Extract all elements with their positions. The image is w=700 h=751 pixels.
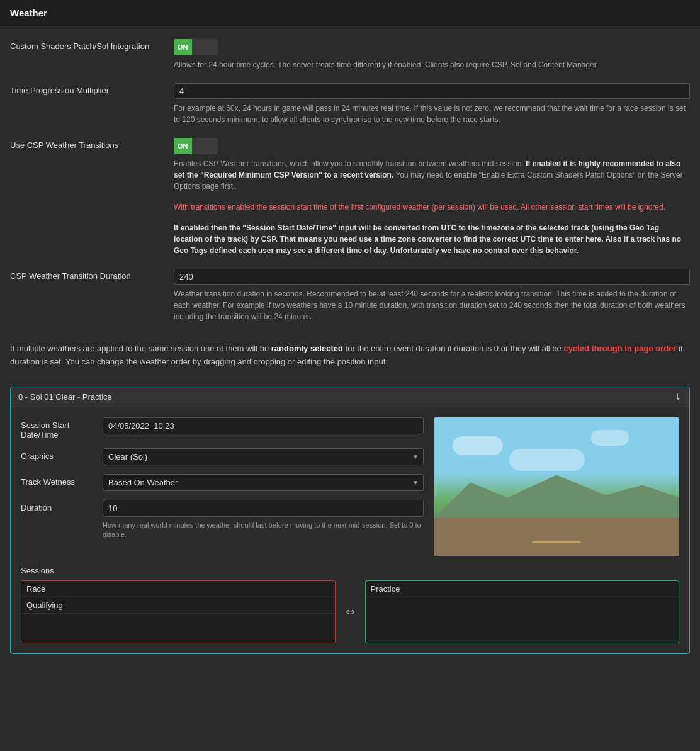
cloud-3	[591, 430, 629, 446]
transition-duration-desc: Weather transition duration in seconds. …	[174, 288, 690, 322]
csp-toggle-on-label: ON	[174, 138, 192, 154]
csp-weather-label: Use CSP Weather Transitions	[10, 138, 174, 150]
download-icon[interactable]: ⇓	[675, 392, 682, 402]
road-bg	[434, 518, 679, 556]
track-wetness-select[interactable]: Based On Weather Dry Wet Damp	[103, 474, 424, 491]
time-progression-input[interactable]	[174, 83, 690, 99]
info-block: If multiple weathers are applied to the …	[10, 335, 690, 376]
session-item-empty	[21, 614, 335, 639]
csp-weather-desc3: If enabled then the "Session Start Date/…	[174, 222, 690, 256]
session-start-row: Session Start Date/Time	[21, 417, 424, 439]
info-text1: If multiple weathers are applied to the …	[10, 344, 271, 353]
custom-shaders-toggle[interactable]: ON	[174, 39, 218, 55]
page-header: Weather	[0, 0, 700, 26]
duration-wrap: How many real world minutes the weather …	[103, 500, 424, 540]
custom-shaders-content: ON Allows for 24 hour time cycles. The s…	[174, 39, 690, 71]
transition-duration-input[interactable]	[174, 269, 690, 285]
weather-image	[434, 417, 679, 556]
session-start-wrap	[103, 417, 424, 434]
graphics-select-wrap: Clear (Sol) Cloudy Rain Overcast	[103, 448, 424, 465]
csp-weather-content: ON Enables CSP Weather transitions, whic…	[174, 138, 690, 256]
time-progression-row: Time Progression Multiplier For example …	[10, 83, 690, 125]
csp-desc3-bold: If enabled then the "Session Start Date/…	[174, 223, 681, 255]
sessions-row: Race Qualifying ⇔ Practice	[21, 580, 679, 643]
sessions-list-right[interactable]: Practice	[365, 580, 680, 643]
session-item-empty2	[366, 597, 679, 635]
info-bold: randomly selected	[271, 344, 343, 353]
duration-row: Duration How many real world minutes the…	[21, 500, 424, 540]
session-item-race[interactable]: Race	[21, 581, 335, 597]
graphics-select[interactable]: Clear (Sol) Cloudy Rain Overcast	[103, 448, 424, 465]
track-wetness-row: Track Wetness Based On Weather Dry Wet D…	[21, 474, 424, 491]
sessions-label: Sessions	[21, 566, 679, 575]
transition-duration-label: CSP Weather Transition Duration	[10, 269, 174, 281]
custom-shaders-label: Custom Shaders Patch/Sol Integration	[10, 39, 174, 51]
toggle-off-part	[192, 39, 218, 55]
duration-desc: How many real world minutes the weather …	[103, 521, 424, 540]
session-start-input[interactable]	[103, 417, 424, 434]
cloud-1	[453, 436, 503, 455]
toggle-on-label: ON	[174, 39, 192, 55]
session-start-label: Session Start Date/Time	[21, 417, 103, 439]
track-wetness-label: Track Wetness	[21, 474, 103, 487]
duration-input[interactable]	[103, 500, 424, 517]
info-red: cycled through in page order	[563, 344, 676, 353]
info-text2: for the entire event duration if duratio…	[343, 344, 563, 353]
graphics-label: Graphics	[21, 448, 103, 461]
track-wetness-select-wrap: Based On Weather Dry Wet Damp	[103, 474, 424, 491]
sessions-section: Sessions Race Qualifying ⇔ Practice	[11, 566, 689, 653]
weather-form: Session Start Date/Time Graphics Clear (…	[21, 417, 424, 556]
weather-card-header: 0 - Sol 01 Clear - Practice ⇓	[11, 387, 689, 407]
sessions-list-left[interactable]: Race Qualifying	[21, 580, 336, 643]
mountain-bg	[434, 468, 679, 518]
duration-label: Duration	[21, 500, 103, 512]
weather-card-body: Session Start Date/Time Graphics Clear (…	[11, 407, 689, 566]
cloud-2	[509, 449, 585, 471]
time-progression-desc: For example at 60x, 24 hours in game wil…	[174, 103, 690, 125]
session-item-practice[interactable]: Practice	[366, 581, 679, 597]
transition-duration-content: Weather transition duration in seconds. …	[174, 269, 690, 322]
csp-weather-row: Use CSP Weather Transitions ON Enables C…	[10, 138, 690, 256]
csp-toggle-off-part	[192, 138, 218, 154]
csp-weather-desc2: With transitions enabled the session sta…	[174, 201, 690, 213]
time-progression-content: For example at 60x, 24 hours in game wil…	[174, 83, 690, 125]
graphics-row: Graphics Clear (Sol) Cloudy Rain Overcas…	[21, 448, 424, 465]
road-line	[532, 541, 581, 543]
custom-shaders-desc: Allows for 24 hour time cycles. The serv…	[174, 59, 690, 71]
custom-shaders-row: Custom Shaders Patch/Sol Integration ON …	[10, 39, 690, 71]
weather-card-title: 0 - Sol 01 Clear - Practice	[18, 392, 112, 402]
csp-desc-normal: Enables CSP Weather transitions, which a…	[174, 159, 524, 168]
weather-card: 0 - Sol 01 Clear - Practice ⇓ Session St…	[10, 387, 690, 654]
csp-weather-toggle[interactable]: ON	[174, 138, 218, 154]
csp-weather-desc1: Enables CSP Weather transitions, which a…	[174, 158, 690, 192]
transition-duration-row: CSP Weather Transition Duration Weather …	[10, 269, 690, 322]
time-progression-label: Time Progression Multiplier	[10, 83, 174, 95]
arrows-icon: ⇔	[346, 605, 355, 619]
page-title: Weather	[10, 8, 690, 18]
session-item-qualifying[interactable]: Qualifying	[21, 597, 335, 614]
